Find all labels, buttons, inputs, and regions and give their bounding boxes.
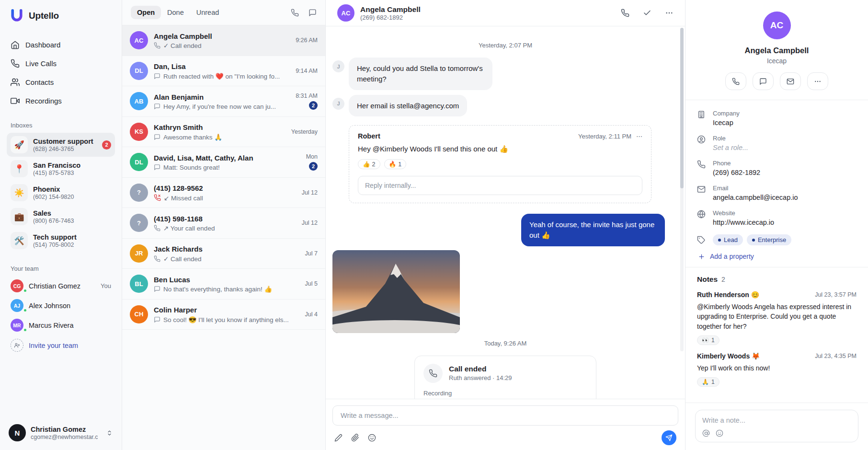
message-contact-button[interactable] — [753, 72, 774, 90]
current-user-name: Christian Gomez — [31, 425, 98, 434]
message-bubble: Her email is stella@agency.com — [349, 95, 467, 117]
mark-done-button[interactable] — [643, 9, 651, 17]
emoji-icon[interactable] — [368, 434, 376, 442]
call-details: Ruth answered · 14:29 — [449, 374, 512, 381]
chat-icon — [154, 134, 160, 140]
inbox-sales[interactable]: 💼 Sales(800) 676-7463 — [7, 205, 115, 229]
timestamp: Jul 4 — [305, 311, 318, 318]
conversation-415-598-1168[interactable]: ? (415) 598-1168 ↗ Your call ended Jul 1… — [122, 208, 325, 239]
conversation-name: Angela Campbell — [154, 32, 290, 41]
conversation-415-128-9562[interactable]: ? (415) 128-9562 ↙ Missed call Jul 12 — [122, 178, 325, 208]
call-button[interactable] — [621, 9, 629, 17]
emoji-icon[interactable] — [716, 429, 723, 437]
property-email[interactable]: Email angela.campbell@icecap.io — [697, 185, 857, 201]
property-label: Website — [713, 209, 774, 217]
nav-recordings[interactable]: Recordings — [7, 92, 115, 109]
users-icon — [11, 78, 20, 87]
tab-done[interactable]: Done — [161, 6, 190, 19]
nav-dashboard[interactable]: Dashboard — [7, 36, 115, 53]
reply-internally-input[interactable] — [358, 176, 642, 195]
note-input[interactable] — [702, 416, 851, 424]
avatar: CG — [11, 279, 23, 292]
inbox-san-francisco[interactable]: 📍 San Francisco(415) 875-5783 — [7, 157, 115, 181]
avatar: AC — [763, 12, 791, 39]
current-user-menu[interactable]: N Christian Gomez cgomez@newhomestar.c..… — [7, 421, 115, 444]
snippet: ✓ Call ended — [163, 255, 202, 263]
inbox-tech-support[interactable]: 🛠️ Tech support(514) 705-8002 — [7, 229, 115, 253]
inbox-phoenix[interactable]: ☀️ Phoenix(602) 154-9820 — [7, 181, 115, 205]
inbox-customer-support[interactable]: 🚀 Customer support(628) 246-3765 2 — [7, 133, 115, 157]
new-call-icon[interactable] — [291, 9, 299, 17]
chat-contact-name: Angela Campbell — [360, 5, 421, 14]
inbox-phone: (602) 154-9820 — [33, 194, 74, 200]
nav-live-calls[interactable]: Live Calls — [7, 55, 115, 72]
note-composer[interactable] — [695, 410, 858, 442]
conversation-alan-benjamin[interactable]: AB Alan Benjamin Hey Amy, if you're free… — [122, 86, 325, 117]
invite-label: Invite your team — [29, 342, 78, 349]
conversation-name: Dan, Lisa — [154, 62, 290, 71]
add-property-button[interactable]: Add a property — [697, 253, 857, 260]
call-contact-button[interactable] — [725, 72, 746, 90]
property-website[interactable]: Website http://www.icecap.io — [697, 209, 857, 226]
nav-contacts[interactable]: Contacts — [7, 74, 115, 91]
chat-scrollbar[interactable] — [680, 28, 684, 351]
property-phone[interactable]: Phone (269) 682-1892 — [697, 160, 857, 176]
reaction-pill[interactable]: 🙏1 — [697, 377, 720, 387]
send-button[interactable] — [662, 430, 676, 445]
uptello-logo-icon — [10, 9, 24, 23]
conversation-group-david[interactable]: DL David, Lisa, Matt, Cathy, Alan Matt: … — [122, 147, 325, 178]
conversation-ben-lucas[interactable]: BL Ben Lucas No that's everything, thank… — [122, 269, 325, 300]
conversation-jack-richards[interactable]: JR Jack Richards ✓ Call ended Jul 7 — [122, 239, 325, 269]
conversation-dan-lisa[interactable]: DL Dan, Lisa Ruth reacted with ❤️ on "I'… — [122, 56, 325, 87]
tab-unread[interactable]: Unread — [190, 6, 226, 19]
video-icon — [11, 96, 20, 105]
email-contact-button[interactable] — [780, 72, 801, 90]
current-user-email: cgomez@newhomestar.c... — [31, 434, 98, 440]
tab-open[interactable]: Open — [131, 6, 161, 19]
contact-more-button[interactable] — [807, 72, 828, 90]
conversation-angela-campbell[interactable]: AC Angela Campbell ✓ Call ended 9:26 AM — [122, 25, 325, 56]
tag-lead[interactable]: Lead — [713, 234, 743, 245]
conversation-name: Colin Harper — [154, 305, 299, 315]
reaction-pill[interactable]: 👍2 — [358, 159, 380, 169]
property-label: Phone — [713, 160, 760, 167]
conversation-kathryn-smith[interactable]: KS Kathryn Smith Awesome thanks 🙏 Yester… — [122, 117, 325, 148]
property-role[interactable]: Role Set a role... — [697, 135, 857, 151]
conversation-colin-harper[interactable]: CH Colin Harper So cool! 😎 I'll let you … — [122, 300, 325, 330]
avatar: J — [332, 60, 344, 72]
inbound-message: J Her email is stella@agency.com — [332, 95, 678, 117]
pen-icon[interactable] — [334, 434, 343, 442]
team-member-marcus-rivera[interactable]: MR Marcus Rivera — [7, 315, 115, 335]
note-text: @Kimberly Woods Angela has expressed int… — [697, 302, 857, 331]
user-circle-icon — [697, 135, 706, 144]
chevron-up-down-icon[interactable] — [106, 428, 113, 437]
notes-count: 2 — [721, 276, 725, 283]
invite-your-team-button[interactable]: Invite your team — [7, 335, 115, 356]
team-member-christian-gomez[interactable]: CG Christian Gomez You — [7, 276, 115, 296]
chat-icon — [154, 73, 160, 80]
tools-icon: 🛠️ — [11, 232, 28, 249]
sun-icon: ☀️ — [11, 184, 28, 201]
reaction-pill[interactable]: 🔥1 — [384, 159, 407, 169]
tag-dot — [752, 239, 755, 242]
message-input[interactable] — [332, 405, 678, 426]
mention-icon[interactable] — [702, 429, 710, 437]
contact-tags: Lead Enterprise — [697, 234, 857, 245]
online-dot — [23, 308, 27, 312]
team-member-name: Alex Johnson — [29, 302, 70, 310]
scrollbar-thumb[interactable] — [680, 28, 684, 188]
avatar: AC — [337, 4, 354, 22]
image-attachment[interactable] — [332, 250, 460, 333]
user-plus-icon — [11, 339, 23, 352]
new-message-icon[interactable] — [308, 9, 317, 17]
tag-enterprise[interactable]: Enterprise — [747, 234, 791, 245]
attachment-icon[interactable] — [351, 434, 359, 442]
reaction-pill[interactable]: 👀1 — [697, 335, 720, 345]
team-member-alex-johnson[interactable]: AJ Alex Johnson — [7, 296, 115, 315]
property-company[interactable]: Company Icecap — [697, 110, 857, 127]
note-menu-button[interactable]: ⋯ — [636, 133, 642, 140]
mountain-photo — [332, 250, 460, 333]
message-composer — [326, 399, 685, 450]
more-options-button[interactable] — [665, 9, 674, 17]
note-author: Robert — [358, 132, 380, 140]
